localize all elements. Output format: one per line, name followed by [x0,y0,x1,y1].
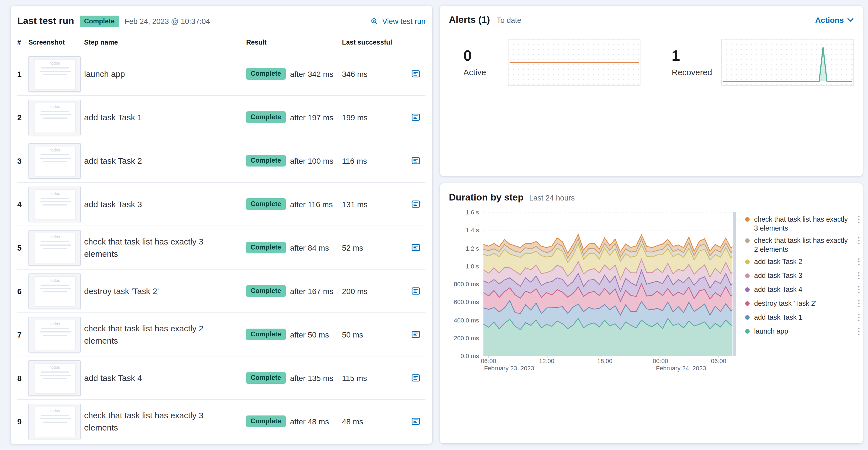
screenshot-thumbnail[interactable]: todos [28,56,81,92]
performance-breakdown-button[interactable] [405,112,426,122]
performance-breakdown-button[interactable] [405,243,426,252]
y-axis-label: 1.4 s [466,227,479,234]
legend-menu-icon[interactable] [857,272,861,282]
col-result: Result [246,38,342,46]
screenshot-app-title: todos [35,235,75,239]
screenshot-app-title: todos [35,322,75,326]
chevron-down-icon [847,18,854,22]
step-row: 7 todos check that task list has exactly… [17,313,426,356]
performance-breakdown-icon [411,286,420,296]
step-last-successful: 131 ms [342,200,405,208]
col-last-successful: Last successful [342,38,405,46]
legend-item[interactable]: add task Task 3 [745,269,861,284]
last-test-run-title: Last test run [17,15,74,27]
active-alerts-stat: 0 Active [463,39,499,86]
step-last-successful: 200 ms [342,287,405,295]
performance-breakdown-button[interactable] [405,69,426,78]
step-duration: after 100 ms [290,156,333,165]
performance-breakdown-icon [411,199,420,209]
legend-item[interactable]: add task Task 1 [745,311,861,325]
performance-breakdown-icon [411,69,420,78]
step-row: 9 todos check that task list has exactly… [17,400,426,443]
x-axis-label: 06:00 [481,358,496,364]
performance-breakdown-button[interactable] [405,417,426,426]
recovered-alerts-count: 1 [672,47,712,64]
step-screenshot-cell: todos [28,56,84,92]
step-result: Complete after 48 ms [246,415,342,427]
screenshot-app-title: todos [35,192,75,195]
step-number: 1 [17,69,28,78]
screenshot-mock: todos [34,146,76,177]
step-row: 5 todos check that task list has exactly… [17,226,426,269]
view-test-run-link[interactable]: View test run [370,17,426,25]
step-screenshot-cell: todos [28,143,84,179]
step-row: 1 todos launch app Complete after 342 ms… [17,52,426,96]
performance-breakdown-icon [411,417,420,426]
duration-y-axis: 0.0 ms200.0 ms400.0 ms600.0 ms800.0 ms1.… [449,212,484,356]
legend-item[interactable]: add task Task 2 [745,256,861,269]
legend-menu-icon[interactable] [857,300,861,310]
synthetics-monitor-overview: Last test run Complete Feb 24, 2023 @ 10… [0,0,868,450]
last-test-run-panel: Last test run Complete Feb 24, 2023 @ 10… [10,6,432,444]
x-axis-date-label: February 24, 2023 [656,365,706,372]
step-duration: after 116 ms [290,200,333,208]
legend-dot [745,329,750,333]
legend-label: add task Task 1 [754,313,852,322]
screenshot-thumbnail[interactable]: todos [28,230,81,265]
performance-breakdown-button[interactable] [405,199,426,209]
performance-breakdown-button[interactable] [405,156,426,165]
step-screenshot-cell: todos [28,99,84,135]
step-result: Complete after 84 ms [246,242,342,253]
legend-label: check that task list has exactly 3 eleme… [754,215,852,233]
screenshot-thumbnail[interactable]: todos [28,186,81,222]
step-result: Complete after 100 ms [246,155,342,166]
legend-menu-icon[interactable] [857,286,861,296]
screenshot-app-title: todos [35,365,75,369]
performance-breakdown-icon [411,112,420,122]
step-result: Complete after 135 ms [246,372,342,384]
step-number: 2 [17,113,28,122]
legend-menu-icon[interactable] [857,216,861,226]
screenshot-thumbnail[interactable]: todos [28,143,81,179]
step-row: 3 todos add task Task 2 Complete after 1… [17,139,426,183]
legend-item[interactable]: check that task list has exactly 2 eleme… [745,234,861,256]
screenshot-thumbnail[interactable]: todos [28,99,81,135]
alerts-actions-button[interactable]: Actions [815,15,854,25]
x-axis-label: 12:00 [539,358,554,364]
legend-label: check that task list has exactly 2 eleme… [754,236,852,254]
screenshot-mock: todos [34,233,76,264]
performance-breakdown-icon [411,156,420,165]
view-test-run-label: View test run [382,17,426,25]
screenshot-mock: todos [34,276,76,307]
active-alerts-count: 0 [463,47,499,64]
legend-item[interactable]: destroy task 'Task 2' [745,297,861,311]
screenshot-mock: todos [34,363,76,394]
legend-menu-icon[interactable] [857,314,861,324]
performance-breakdown-button[interactable] [405,373,426,383]
legend-dot [745,238,750,243]
legend-menu-icon[interactable] [857,237,861,247]
step-screenshot-cell: todos [28,317,84,352]
screenshot-thumbnail[interactable]: todos [28,404,81,439]
step-status-badge: Complete [246,198,285,210]
screenshot-thumbnail[interactable]: todos [28,273,81,309]
step-duration: after 167 ms [290,287,333,295]
step-name: add task Task 4 [84,372,246,384]
legend-item[interactable]: check that task list has exactly 3 eleme… [745,213,861,234]
legend-item[interactable]: add task Task 4 [745,284,861,297]
recovered-alerts-label: Recovered [672,68,712,77]
legend-menu-icon[interactable] [857,258,861,268]
performance-breakdown-button[interactable] [405,330,426,339]
alerts-panel: Alerts (1) To date Actions 0 Active 1 Re… [440,6,863,176]
step-name: check that task list has exactly 3 eleme… [84,235,246,260]
step-screenshot-cell: todos [28,404,84,439]
performance-breakdown-button[interactable] [405,286,426,296]
legend-item[interactable]: launch app [745,325,861,339]
y-axis-label: 600.0 ms [454,299,479,306]
y-axis-label: 1.6 s [466,209,479,216]
step-status-badge: Complete [246,285,285,297]
legend-menu-icon[interactable] [857,327,861,338]
step-screenshot-cell: todos [28,273,84,309]
screenshot-thumbnail[interactable]: todos [28,317,81,352]
screenshot-thumbnail[interactable]: todos [28,360,81,396]
